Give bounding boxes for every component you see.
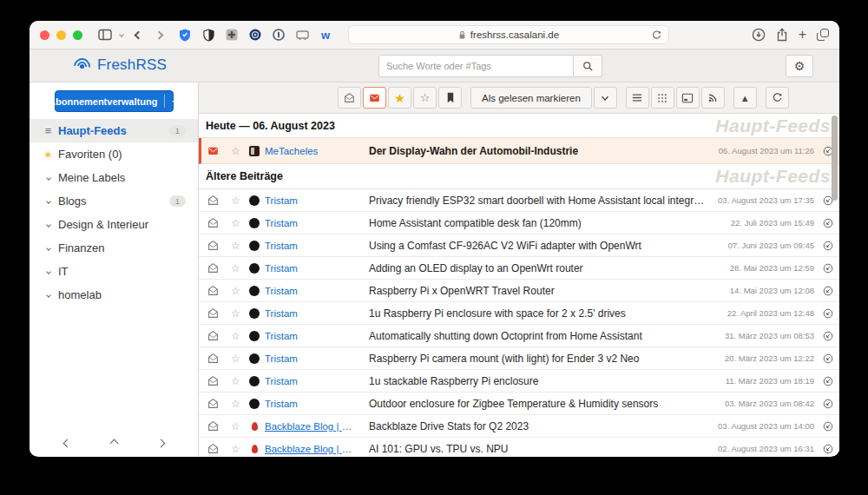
view-reader-icon[interactable] — [676, 87, 700, 109]
article-row[interactable]: ☆ Tristam 1u stackable Raspberry Pi encl… — [199, 370, 839, 393]
feed-name-link[interactable]: Backblaze Blog | Clou... — [265, 444, 358, 454]
feed-name-link[interactable]: Tristam — [265, 308, 358, 319]
mark-as-read-dropdown[interactable] — [594, 87, 617, 109]
mark-as-read-button[interactable]: Als gelesen markieren — [470, 87, 592, 109]
favorite-star-icon[interactable]: ☆ — [230, 262, 241, 274]
read-envelope-icon[interactable] — [207, 262, 219, 274]
search-input[interactable] — [378, 55, 574, 77]
read-envelope-icon[interactable] — [207, 285, 219, 296]
favorite-star-icon[interactable]: ☆ — [230, 217, 241, 229]
sidebar-item-homelab[interactable]: homelab — [30, 283, 198, 307]
article-row[interactable]: ☆ Tristam Outdoor enclosure for Zigbee T… — [199, 393, 839, 415]
unread-envelope-icon[interactable] — [207, 145, 219, 156]
favorite-star-icon[interactable]: ☆ — [230, 285, 241, 297]
forward-button[interactable] — [148, 24, 169, 45]
sidebar-item-haupt-feeds[interactable]: ≡ Haupt-Feeds 1 — [30, 119, 198, 142]
share-icon[interactable] — [822, 331, 834, 341]
article-title[interactable]: AI 101: GPU vs. TPU vs. NPU — [358, 443, 709, 455]
article-row[interactable]: ☆ Tristam Raspberry Pi x OpenWRT Travel … — [199, 280, 839, 302]
article-title[interactable]: 1u stackable Raspberry Pi enclosure — [358, 375, 717, 387]
share-icon[interactable] — [822, 286, 834, 296]
share-icon[interactable] — [822, 444, 834, 454]
pager-prev-icon[interactable] — [57, 433, 76, 452]
article-title[interactable]: Raspberry Pi camera mount (with light) f… — [358, 353, 716, 365]
favorite-star-icon[interactable]: ☆ — [230, 375, 241, 387]
back-button[interactable] — [128, 24, 148, 45]
article-title[interactable]: 1u Raspberry Pi enclosure with space for… — [358, 307, 719, 320]
view-list-icon[interactable] — [626, 87, 649, 109]
maximize-button[interactable] — [73, 30, 82, 40]
favorite-star-icon[interactable]: ☆ — [230, 353, 241, 365]
pager-up-icon[interactable] — [104, 433, 123, 452]
favorite-star-icon[interactable]: ☆ — [230, 240, 241, 252]
feed-name-link[interactable]: Tristam — [265, 218, 358, 228]
share-icon[interactable] — [822, 421, 834, 432]
pin-extension-icon[interactable] — [225, 28, 239, 42]
article-title[interactable]: Automatically shutting down Octoprint fr… — [358, 330, 716, 342]
article-title[interactable]: Raspberry Pi x OpenWRT Travel Router — [358, 285, 721, 297]
share-icon[interactable] — [822, 218, 834, 228]
filter-unread-button[interactable] — [363, 87, 386, 109]
share-icon[interactable] — [822, 376, 834, 386]
read-envelope-icon[interactable] — [207, 398, 219, 409]
feed-name-link[interactable]: Backblaze Blog | Clou... — [265, 421, 358, 432]
article-title[interactable]: Der Display-Wahn der Automobil-Industrie — [358, 145, 710, 157]
feed-name-link[interactable]: MeTacheles — [265, 146, 358, 156]
article-title[interactable]: Backblaze Drive Stats for Q2 2023 — [358, 420, 709, 432]
favorite-star-icon[interactable]: ☆ — [230, 443, 241, 455]
article-row[interactable]: ☆ Backblaze Blog | Clou... AI 101: GPU v… — [199, 438, 839, 456]
sidebar-item-finanzen[interactable]: Finanzen — [30, 236, 198, 260]
favorite-star-icon[interactable]: ☆ — [230, 145, 241, 157]
share-icon[interactable] — [822, 241, 834, 251]
filter-non-favorites-button[interactable]: ☆ — [413, 87, 437, 109]
article-title[interactable]: Home Assistant compatible desk fan (120m… — [358, 217, 722, 229]
article-row[interactable]: ☆ Tristam Home Assistant compatible desk… — [199, 212, 839, 234]
search-button[interactable] — [574, 55, 602, 77]
close-button[interactable] — [40, 30, 49, 40]
sidebar-item-meine-labels[interactable]: Meine Labels — [30, 166, 198, 189]
scroll-top-button[interactable]: ▲ — [733, 87, 757, 109]
sidebar-item-it[interactable]: IT — [30, 260, 198, 283]
sidebar-item-blogs[interactable]: Blogs 1 — [30, 189, 198, 213]
onepassword-extension-icon[interactable] — [272, 28, 286, 42]
article-row[interactable]: ☆ Tristam Raspberry Pi camera mount (wit… — [199, 347, 839, 370]
favorite-star-icon[interactable]: ☆ — [230, 307, 241, 320]
reload-icon[interactable] — [651, 30, 662, 41]
wallabag-extension-icon[interactable]: w — [319, 28, 332, 42]
read-envelope-icon[interactable] — [207, 353, 219, 364]
share-icon[interactable] — [822, 308, 834, 319]
article-row[interactable]: ☆ MeTacheles Der Display-Wahn der Automo… — [199, 138, 839, 164]
read-envelope-icon[interactable] — [207, 375, 219, 386]
settings-gear-button[interactable]: ⚙ — [786, 55, 813, 77]
ublock-extension-icon[interactable] — [248, 28, 262, 42]
favorite-star-icon[interactable]: ☆ — [230, 330, 241, 342]
read-envelope-icon[interactable] — [207, 443, 219, 454]
read-envelope-icon[interactable] — [207, 307, 219, 319]
pager-next-icon[interactable] — [151, 433, 170, 452]
sidebar-item-favoriten[interactable]: ★ Favoriten (0) — [30, 142, 198, 166]
feed-name-link[interactable]: Tristam — [265, 376, 358, 386]
article-title[interactable]: Privacy friendly ESP32 smart doorbell wi… — [358, 195, 709, 207]
view-grid-icon[interactable] — [651, 87, 674, 109]
article-row[interactable]: ☆ Tristam Automatically shutting down Oc… — [199, 325, 839, 347]
feed-name-link[interactable]: Tristam — [265, 331, 358, 341]
subscription-management-button[interactable]: Abonnementverwaltung + — [55, 90, 174, 112]
rss-icon[interactable] — [701, 87, 725, 109]
sidebar-chevron-icon[interactable] — [115, 24, 128, 45]
article-row[interactable]: ☆ Tristam Adding an OLED display to an O… — [199, 257, 839, 280]
favorite-star-icon[interactable]: ☆ — [230, 420, 241, 432]
new-tab-icon[interactable]: + — [799, 28, 806, 42]
feed-name-link[interactable]: Tristam — [265, 241, 358, 251]
article-title[interactable]: Adding an OLED display to an OpenWrt rou… — [358, 262, 721, 274]
article-title[interactable]: Outdoor enclosure for Zigbee Temperature… — [358, 398, 716, 410]
url-bar[interactable]: freshrss.casalani.de — [348, 25, 669, 44]
freshrss-logo[interactable]: FreshRSS — [73, 56, 167, 75]
feed-name-link[interactable]: Tristam — [265, 399, 358, 409]
feed-name-link[interactable]: Tristam — [265, 195, 358, 206]
share-icon[interactable] — [822, 353, 834, 364]
tags-bookmark-button[interactable] — [438, 87, 462, 109]
read-envelope-icon[interactable] — [207, 330, 219, 341]
feed-name-link[interactable]: Tristam — [265, 353, 358, 364]
share-icon[interactable] — [822, 399, 834, 409]
sidebar-toggle-icon[interactable] — [95, 24, 115, 45]
